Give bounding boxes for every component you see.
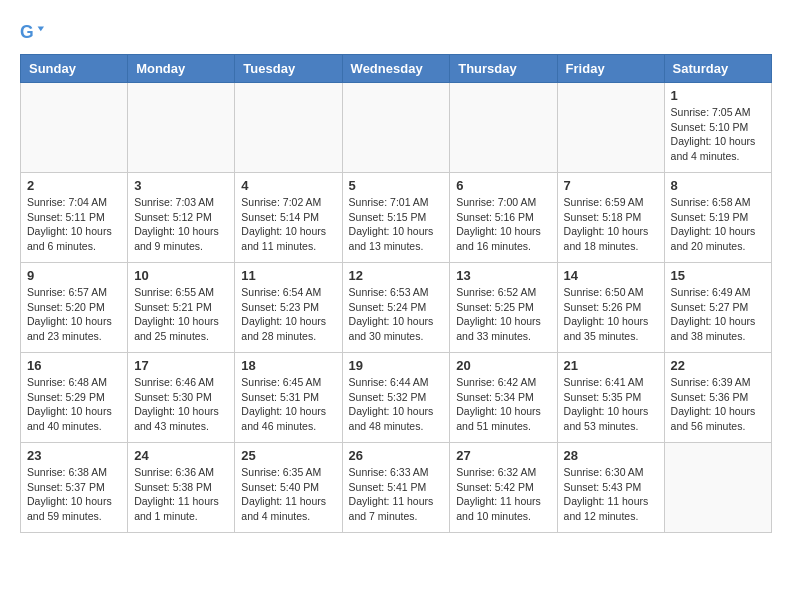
calendar-cell: 24Sunrise: 6:36 AM Sunset: 5:38 PM Dayli… bbox=[128, 443, 235, 533]
calendar-cell: 19Sunrise: 6:44 AM Sunset: 5:32 PM Dayli… bbox=[342, 353, 450, 443]
calendar-cell: 28Sunrise: 6:30 AM Sunset: 5:43 PM Dayli… bbox=[557, 443, 664, 533]
day-number: 2 bbox=[27, 178, 121, 193]
weekday-header-friday: Friday bbox=[557, 55, 664, 83]
day-info: Sunrise: 7:05 AM Sunset: 5:10 PM Dayligh… bbox=[671, 105, 765, 164]
day-info: Sunrise: 6:42 AM Sunset: 5:34 PM Dayligh… bbox=[456, 375, 550, 434]
calendar-cell: 2Sunrise: 7:04 AM Sunset: 5:11 PM Daylig… bbox=[21, 173, 128, 263]
day-number: 7 bbox=[564, 178, 658, 193]
day-number: 23 bbox=[27, 448, 121, 463]
calendar-cell bbox=[450, 83, 557, 173]
day-info: Sunrise: 6:50 AM Sunset: 5:26 PM Dayligh… bbox=[564, 285, 658, 344]
day-number: 8 bbox=[671, 178, 765, 193]
calendar-cell: 22Sunrise: 6:39 AM Sunset: 5:36 PM Dayli… bbox=[664, 353, 771, 443]
day-info: Sunrise: 6:30 AM Sunset: 5:43 PM Dayligh… bbox=[564, 465, 658, 524]
weekday-header-thursday: Thursday bbox=[450, 55, 557, 83]
calendar-cell: 26Sunrise: 6:33 AM Sunset: 5:41 PM Dayli… bbox=[342, 443, 450, 533]
calendar-week-row: 23Sunrise: 6:38 AM Sunset: 5:37 PM Dayli… bbox=[21, 443, 772, 533]
day-number: 26 bbox=[349, 448, 444, 463]
calendar-cell: 4Sunrise: 7:02 AM Sunset: 5:14 PM Daylig… bbox=[235, 173, 342, 263]
day-number: 14 bbox=[564, 268, 658, 283]
calendar-cell: 14Sunrise: 6:50 AM Sunset: 5:26 PM Dayli… bbox=[557, 263, 664, 353]
day-info: Sunrise: 7:00 AM Sunset: 5:16 PM Dayligh… bbox=[456, 195, 550, 254]
calendar-cell: 20Sunrise: 6:42 AM Sunset: 5:34 PM Dayli… bbox=[450, 353, 557, 443]
day-info: Sunrise: 6:39 AM Sunset: 5:36 PM Dayligh… bbox=[671, 375, 765, 434]
day-info: Sunrise: 6:49 AM Sunset: 5:27 PM Dayligh… bbox=[671, 285, 765, 344]
day-number: 28 bbox=[564, 448, 658, 463]
day-info: Sunrise: 6:55 AM Sunset: 5:21 PM Dayligh… bbox=[134, 285, 228, 344]
day-number: 21 bbox=[564, 358, 658, 373]
calendar-cell: 12Sunrise: 6:53 AM Sunset: 5:24 PM Dayli… bbox=[342, 263, 450, 353]
calendar-cell: 16Sunrise: 6:48 AM Sunset: 5:29 PM Dayli… bbox=[21, 353, 128, 443]
day-info: Sunrise: 6:52 AM Sunset: 5:25 PM Dayligh… bbox=[456, 285, 550, 344]
weekday-header-row: SundayMondayTuesdayWednesdayThursdayFrid… bbox=[21, 55, 772, 83]
day-info: Sunrise: 7:04 AM Sunset: 5:11 PM Dayligh… bbox=[27, 195, 121, 254]
day-number: 4 bbox=[241, 178, 335, 193]
day-info: Sunrise: 6:32 AM Sunset: 5:42 PM Dayligh… bbox=[456, 465, 550, 524]
calendar-cell: 25Sunrise: 6:35 AM Sunset: 5:40 PM Dayli… bbox=[235, 443, 342, 533]
calendar-cell: 7Sunrise: 6:59 AM Sunset: 5:18 PM Daylig… bbox=[557, 173, 664, 263]
day-number: 9 bbox=[27, 268, 121, 283]
day-number: 22 bbox=[671, 358, 765, 373]
day-number: 19 bbox=[349, 358, 444, 373]
calendar-cell bbox=[128, 83, 235, 173]
day-number: 6 bbox=[456, 178, 550, 193]
calendar-cell: 8Sunrise: 6:58 AM Sunset: 5:19 PM Daylig… bbox=[664, 173, 771, 263]
calendar-week-row: 2Sunrise: 7:04 AM Sunset: 5:11 PM Daylig… bbox=[21, 173, 772, 263]
day-number: 18 bbox=[241, 358, 335, 373]
calendar-cell: 13Sunrise: 6:52 AM Sunset: 5:25 PM Dayli… bbox=[450, 263, 557, 353]
weekday-header-saturday: Saturday bbox=[664, 55, 771, 83]
day-info: Sunrise: 6:54 AM Sunset: 5:23 PM Dayligh… bbox=[241, 285, 335, 344]
day-info: Sunrise: 6:48 AM Sunset: 5:29 PM Dayligh… bbox=[27, 375, 121, 434]
logo: G bbox=[20, 20, 48, 44]
day-info: Sunrise: 7:01 AM Sunset: 5:15 PM Dayligh… bbox=[349, 195, 444, 254]
weekday-header-wednesday: Wednesday bbox=[342, 55, 450, 83]
day-number: 15 bbox=[671, 268, 765, 283]
day-number: 5 bbox=[349, 178, 444, 193]
weekday-header-monday: Monday bbox=[128, 55, 235, 83]
calendar-cell bbox=[21, 83, 128, 173]
day-number: 13 bbox=[456, 268, 550, 283]
calendar-week-row: 1Sunrise: 7:05 AM Sunset: 5:10 PM Daylig… bbox=[21, 83, 772, 173]
calendar-table: SundayMondayTuesdayWednesdayThursdayFrid… bbox=[20, 54, 772, 533]
day-info: Sunrise: 6:36 AM Sunset: 5:38 PM Dayligh… bbox=[134, 465, 228, 524]
calendar-cell: 11Sunrise: 6:54 AM Sunset: 5:23 PM Dayli… bbox=[235, 263, 342, 353]
svg-marker-1 bbox=[38, 26, 44, 31]
day-info: Sunrise: 6:45 AM Sunset: 5:31 PM Dayligh… bbox=[241, 375, 335, 434]
day-info: Sunrise: 6:35 AM Sunset: 5:40 PM Dayligh… bbox=[241, 465, 335, 524]
day-info: Sunrise: 6:38 AM Sunset: 5:37 PM Dayligh… bbox=[27, 465, 121, 524]
svg-text:G: G bbox=[20, 22, 34, 42]
calendar-cell: 1Sunrise: 7:05 AM Sunset: 5:10 PM Daylig… bbox=[664, 83, 771, 173]
calendar-cell: 6Sunrise: 7:00 AM Sunset: 5:16 PM Daylig… bbox=[450, 173, 557, 263]
day-number: 3 bbox=[134, 178, 228, 193]
calendar-week-row: 9Sunrise: 6:57 AM Sunset: 5:20 PM Daylig… bbox=[21, 263, 772, 353]
calendar-cell bbox=[342, 83, 450, 173]
day-info: Sunrise: 6:46 AM Sunset: 5:30 PM Dayligh… bbox=[134, 375, 228, 434]
day-info: Sunrise: 7:02 AM Sunset: 5:14 PM Dayligh… bbox=[241, 195, 335, 254]
day-number: 17 bbox=[134, 358, 228, 373]
calendar-week-row: 16Sunrise: 6:48 AM Sunset: 5:29 PM Dayli… bbox=[21, 353, 772, 443]
page-header: G bbox=[20, 20, 772, 44]
day-info: Sunrise: 6:57 AM Sunset: 5:20 PM Dayligh… bbox=[27, 285, 121, 344]
day-info: Sunrise: 6:33 AM Sunset: 5:41 PM Dayligh… bbox=[349, 465, 444, 524]
calendar-cell: 15Sunrise: 6:49 AM Sunset: 5:27 PM Dayli… bbox=[664, 263, 771, 353]
day-number: 10 bbox=[134, 268, 228, 283]
calendar-cell: 23Sunrise: 6:38 AM Sunset: 5:37 PM Dayli… bbox=[21, 443, 128, 533]
day-number: 16 bbox=[27, 358, 121, 373]
day-number: 24 bbox=[134, 448, 228, 463]
calendar-cell: 21Sunrise: 6:41 AM Sunset: 5:35 PM Dayli… bbox=[557, 353, 664, 443]
calendar-cell bbox=[235, 83, 342, 173]
calendar-cell: 5Sunrise: 7:01 AM Sunset: 5:15 PM Daylig… bbox=[342, 173, 450, 263]
calendar-cell: 27Sunrise: 6:32 AM Sunset: 5:42 PM Dayli… bbox=[450, 443, 557, 533]
calendar-cell: 3Sunrise: 7:03 AM Sunset: 5:12 PM Daylig… bbox=[128, 173, 235, 263]
calendar-cell bbox=[557, 83, 664, 173]
day-number: 20 bbox=[456, 358, 550, 373]
day-number: 11 bbox=[241, 268, 335, 283]
day-number: 25 bbox=[241, 448, 335, 463]
day-number: 27 bbox=[456, 448, 550, 463]
day-info: Sunrise: 6:53 AM Sunset: 5:24 PM Dayligh… bbox=[349, 285, 444, 344]
calendar-cell: 9Sunrise: 6:57 AM Sunset: 5:20 PM Daylig… bbox=[21, 263, 128, 353]
day-info: Sunrise: 6:58 AM Sunset: 5:19 PM Dayligh… bbox=[671, 195, 765, 254]
weekday-header-tuesday: Tuesday bbox=[235, 55, 342, 83]
day-info: Sunrise: 6:59 AM Sunset: 5:18 PM Dayligh… bbox=[564, 195, 658, 254]
calendar-cell: 17Sunrise: 6:46 AM Sunset: 5:30 PM Dayli… bbox=[128, 353, 235, 443]
